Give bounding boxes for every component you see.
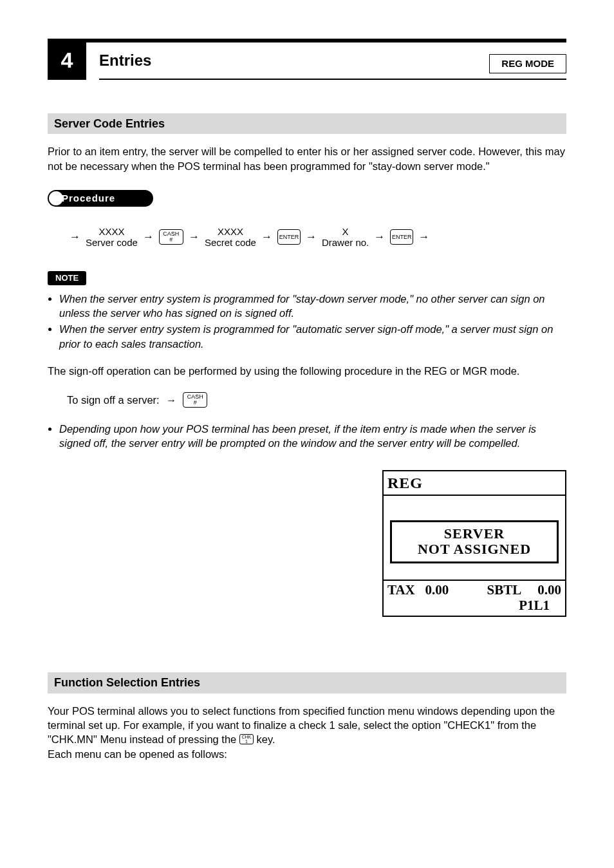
chapter-number: 4 xyxy=(61,46,73,75)
flow-step-secret-code: XXXX Secret code xyxy=(205,226,256,249)
header-bar-thick xyxy=(48,39,566,42)
arrow-icon: → xyxy=(371,230,387,245)
key-label: ENTER xyxy=(392,234,412,240)
key-line2: 1 xyxy=(245,739,248,744)
pos-message-line2: NOT ASSIGNED xyxy=(392,542,557,557)
paragraph-line2: Each menu can be opened as follows: xyxy=(48,748,227,760)
arrow-icon: → xyxy=(186,230,202,245)
mode-box: REG MODE xyxy=(489,54,566,73)
flow-step-drawer-no: X Drawer no. xyxy=(322,226,369,249)
intro-paragraph: Prior to an item entry, the server will … xyxy=(48,144,566,173)
signoff-procedure: To sign off a server: → CASH # xyxy=(67,392,566,408)
flow-step-line2: Drawer no. xyxy=(322,237,369,248)
pos-tax-value: 0.00 xyxy=(425,582,449,598)
arrow-icon: → xyxy=(140,230,156,245)
arrow-icon: → xyxy=(303,230,319,245)
note-label: NOTE xyxy=(48,271,86,285)
arrow-icon: → xyxy=(259,230,275,245)
signoff-intro: The sign-off operation can be performed … xyxy=(48,364,566,378)
signoff-label: To sign off a server: xyxy=(67,393,160,407)
note-list-2: Depending upon how your POS terminal has… xyxy=(48,422,566,451)
arrow-icon: → xyxy=(166,393,177,407)
pos-screen-illustration: REG SERVER NOT ASSIGNED TAX 0.00 SBTL xyxy=(382,470,566,618)
pill-dot-icon xyxy=(49,191,63,205)
pos-sbtl-label: SBTL xyxy=(487,582,521,598)
key-cash: CASH # xyxy=(183,392,207,408)
pos-screen: REG SERVER NOT ASSIGNED TAX 0.00 SBTL xyxy=(382,470,566,618)
key-enter: ENTER xyxy=(277,229,301,245)
chapter-number-box: 4 xyxy=(48,41,86,80)
paragraph-segment: Your POS terminal allows you to select f… xyxy=(48,705,555,746)
section-heading-function-selection: Function Selection Entries xyxy=(48,672,566,693)
flow-step-line2: Secret code xyxy=(205,237,256,248)
arrow-icon: → xyxy=(416,230,432,245)
pos-status-bar: TAX 0.00 SBTL 0.00 P1L1 xyxy=(384,580,565,616)
key-line2: # xyxy=(194,400,197,406)
flow-step-line1: XXXX xyxy=(86,226,138,237)
key-enter: ENTER xyxy=(390,229,413,245)
chapter-title: Entries xyxy=(99,50,151,71)
paragraph-segment: key. xyxy=(256,733,275,745)
chapter-header: 4 Entries REG MODE xyxy=(48,39,566,84)
pos-mode-indicator: REG xyxy=(384,471,565,496)
section-heading-text: Function Selection Entries xyxy=(54,676,200,689)
note-item: When the server entry system is programm… xyxy=(59,292,566,321)
flow-step-line1: XXXX xyxy=(205,226,256,237)
key-label: ENTER xyxy=(279,234,299,240)
function-selection-paragraph: Your POS terminal allows you to select f… xyxy=(48,704,566,761)
note-item: Depending upon how your POS terminal has… xyxy=(59,422,566,451)
section-heading-server-code: Server Code Entries xyxy=(48,113,566,134)
pos-message-line1: SERVER xyxy=(392,526,557,542)
section-heading-text: Server Code Entries xyxy=(54,117,165,130)
pos-tax-label: TAX xyxy=(387,582,415,598)
note-item: When the server entry system is programm… xyxy=(59,322,566,351)
header-bar-thin xyxy=(99,79,566,80)
note-list: When the server entry system is programm… xyxy=(48,292,566,351)
key-line1: CHK xyxy=(241,735,251,739)
procedure-label-text: Procedure xyxy=(62,192,115,205)
procedure-label: Procedure xyxy=(48,190,153,207)
flow-step-server-code: XXXX Server code xyxy=(86,226,138,249)
pos-display-area: SERVER NOT ASSIGNED xyxy=(384,496,565,580)
key-cash: CASH # xyxy=(159,229,183,245)
flow-step-line2: Server code xyxy=(86,237,138,248)
procedure-flow: → XXXX Server code → CASH # → XXXX Secre… xyxy=(67,226,566,249)
key-chk1: CHK 1 xyxy=(239,734,254,744)
flow-step-line1: X xyxy=(322,226,369,237)
key-line2: # xyxy=(169,237,172,243)
pos-sbtl-value: 0.00 xyxy=(537,582,561,598)
pos-page-indicator: P1L1 xyxy=(387,598,561,613)
arrow-icon: → xyxy=(67,230,83,245)
pos-message-box: SERVER NOT ASSIGNED xyxy=(390,520,559,563)
